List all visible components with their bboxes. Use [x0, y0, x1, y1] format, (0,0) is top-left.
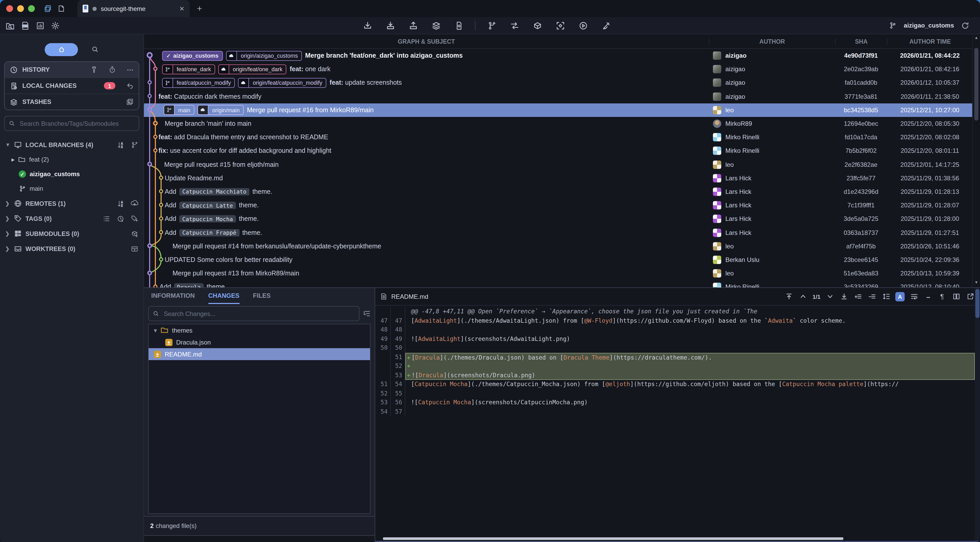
new-branch-icon[interactable] [485, 19, 498, 32]
settings-icon[interactable] [48, 19, 62, 32]
commit-sha[interactable]: 23bcee6145 [835, 256, 887, 264]
commit-sha[interactable]: fa01cadd0b [835, 79, 887, 86]
commit-sha[interactable]: 3c53343269 [835, 283, 887, 288]
section-worktrees[interactable]: ❯WORKTREES (0) [0, 241, 143, 256]
diff-line[interactable]: 5457 [375, 407, 980, 416]
scrollbar-thumb[interactable] [974, 48, 978, 121]
open-repo-search-icon[interactable] [3, 19, 17, 32]
commit-sha[interactable]: 51e63eda83 [835, 270, 887, 277]
compare-icon[interactable] [508, 19, 521, 32]
next-change-icon[interactable] [825, 292, 835, 301]
tab-close-icon[interactable]: ✕ [179, 5, 185, 12]
remote-branch-badge[interactable]: origin/aizigao_customs [226, 51, 302, 60]
new-tab-button[interactable]: + [190, 0, 209, 17]
workspace-switcher-icon[interactable] [41, 0, 54, 17]
zoom-window-button[interactable] [28, 5, 35, 12]
new-page-icon[interactable] [54, 0, 68, 17]
commit-row[interactable]: Add Catpuccin Macchiato theme.Lars Hickd… [144, 185, 980, 199]
sort-icon[interactable]: AZ [117, 200, 124, 207]
commit-row[interactable]: Add Catpuccin Latte theme.Lars Hick7c1f3… [144, 199, 980, 212]
chevron-right-icon[interactable]: ❯ [5, 216, 10, 221]
commit-row[interactable]: feat/catpuccin_modifyorigin/feat/catpucc… [144, 76, 980, 90]
scan-icon[interactable] [554, 19, 567, 32]
sidebar-item-stashes[interactable]: STASHES [5, 94, 139, 110]
statistics-icon[interactable] [33, 19, 47, 32]
commit-sha[interactable]: 2e02ac39ab [835, 66, 887, 73]
show-symbols-icon[interactable]: ¶ [937, 292, 947, 301]
branch-badge[interactable]: feat/one_dark [162, 64, 215, 74]
chevron-right-icon[interactable]: ▶ [11, 157, 14, 162]
add-tag-icon[interactable] [131, 215, 138, 222]
commit-row[interactable]: Merge pull request #13 from MirkoR89/mai… [144, 267, 980, 280]
commit-row[interactable]: mainorigin/mainMerge pull request #16 fr… [144, 103, 980, 117]
commit-row[interactable]: feat: add Dracula theme entry and screen… [144, 130, 980, 144]
sidebar-item-history[interactable]: HISTORY⋯ [5, 62, 139, 78]
tab-information[interactable]: INFORMATION [151, 292, 195, 304]
chevron-down-icon[interactable]: ▼ [5, 142, 10, 148]
commit-sha[interactable]: 7c1f39fff1 [835, 202, 887, 209]
column-header-sha[interactable]: SHA [835, 38, 887, 45]
apply-patch-icon[interactable] [452, 19, 466, 32]
sort-icon[interactable]: AZ [117, 141, 124, 148]
clean-icon[interactable] [599, 19, 612, 32]
add-remote-icon[interactable] [131, 200, 138, 207]
repository-tab[interactable]: sourcegit-theme ✕ [78, 0, 190, 17]
log-file-icon[interactable]: LOG [18, 19, 32, 32]
clear-stash-icon[interactable] [126, 98, 134, 105]
diff-vertical-scrollbar[interactable] [975, 288, 980, 542]
minimize-window-button[interactable] [17, 5, 24, 12]
column-header-author[interactable]: AUTHOR [709, 38, 835, 45]
diff-line[interactable]: 5050 [375, 343, 980, 353]
commit-sha[interactable]: 23ffc5fe77 [835, 175, 887, 182]
fetch-icon[interactable] [361, 19, 374, 32]
diff-line[interactable]: 4949![AdwaitaLight](screenshots/AdwaitaL… [375, 334, 980, 343]
column-header-author-time[interactable]: AUTHOR TIME [887, 38, 973, 45]
diff-line-added[interactable]: 51+[Dracula](./themes/Dracula.json) base… [375, 353, 980, 362]
commit-row[interactable]: Update Readme.mdLars Hick23ffc5fe772025/… [144, 171, 980, 185]
current-branch-label[interactable]: aizigao_customs [904, 22, 954, 29]
commit-scrollbar[interactable]: ▲ ▼ [972, 34, 980, 288]
commit-sha[interactable]: 3771fe3a81 [835, 93, 887, 100]
commit-row[interactable]: fix: use accent color for diff added bac… [144, 144, 980, 158]
home-button[interactable] [45, 43, 78, 56]
head-branch-badge[interactable]: ✓aizigao_customs [162, 51, 223, 60]
commit-sha[interactable]: bc342538d5 [835, 106, 887, 114]
commit-sha[interactable]: 0363a18737 [835, 229, 887, 236]
section-local-branches[interactable]: ▼LOCAL BRANCHES (4)AZ [0, 137, 143, 152]
diff-line[interactable]: 5154[Catpuccin Mocha](./themes/Catpuccin… [375, 380, 980, 389]
column-header-graph-subject[interactable]: GRAPH & SUBJECT [144, 38, 709, 45]
push-icon[interactable] [406, 19, 420, 32]
last-change-icon[interactable] [839, 292, 848, 301]
syntax-highlight-icon[interactable]: A [895, 292, 905, 301]
filter-icon[interactable] [91, 66, 98, 73]
commit-sha[interactable]: 12694e0bec [835, 120, 887, 127]
sidebar-search-icon[interactable] [91, 46, 99, 53]
decrease-context-icon[interactable] [867, 292, 877, 301]
commit-row[interactable]: Merge pull request #14 from berkanuslu/f… [144, 239, 980, 253]
branch-item-main[interactable]: main [0, 181, 143, 196]
prev-change-icon[interactable] [799, 292, 808, 301]
history-icon[interactable] [117, 215, 124, 222]
commit-row[interactable]: Add Dracula theme.Mirko Rinelli3c5334326… [144, 280, 980, 288]
remote-branch-badge[interactable]: origin/feat/one_dark [218, 64, 286, 74]
diff-line-added[interactable]: 53+![Dracula](screenshots/Dracula.png) [375, 371, 980, 380]
chevron-right-icon[interactable]: ❯ [5, 200, 10, 206]
chevron-down-icon[interactable]: ▾ [154, 327, 157, 334]
section-tags[interactable]: ❯TAGS (0) [0, 211, 143, 226]
refresh-icon[interactable] [958, 19, 972, 32]
commit-row[interactable]: Add Catpuccin Frappé theme.Lars Hick0363… [144, 226, 980, 239]
commit-row[interactable]: ✓aizigao_customsorigin/aizigao_customsMe… [144, 49, 980, 62]
more-icon[interactable]: ⋯ [127, 66, 134, 73]
run-icon[interactable] [576, 19, 590, 32]
scroll-up-icon[interactable]: ▲ [974, 34, 978, 41]
diff-line[interactable]: 4747[AdwaitaLight](./themes/AdwaitaLight… [375, 316, 980, 325]
branch-search-input[interactable] [19, 119, 135, 127]
branch-item-feat[interactable]: ▶feat (2) [0, 152, 143, 167]
chevron-right-icon[interactable]: ❯ [5, 246, 10, 251]
commit-sha[interactable]: d1e243296d [835, 188, 887, 196]
commit-row[interactable]: Merge pull request #15 from eljoth/mainl… [144, 158, 980, 171]
branch-badge[interactable]: main [164, 105, 195, 115]
increase-context-icon[interactable] [853, 292, 862, 301]
word-wrap-icon[interactable] [909, 292, 919, 301]
branch-item-aizigao_customs[interactable]: ✓aizigao_customs [0, 167, 143, 181]
